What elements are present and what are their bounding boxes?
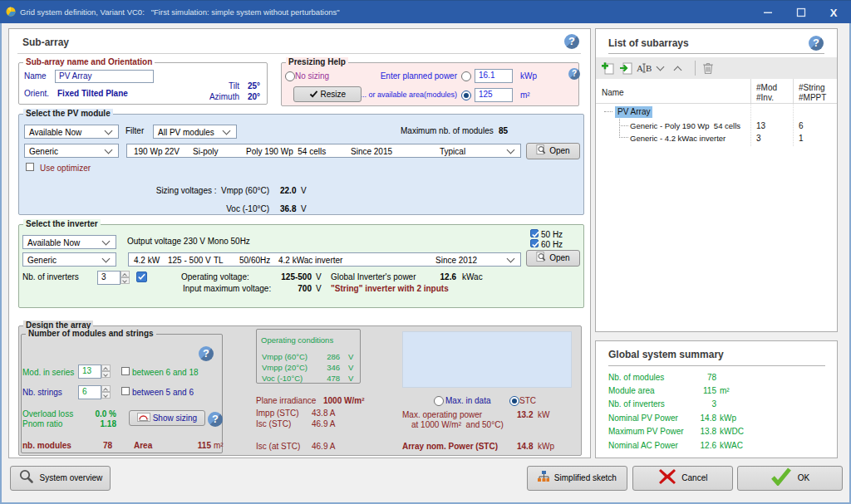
svg-text:X: X xyxy=(830,7,838,19)
svg-text:B: B xyxy=(646,63,652,73)
svg-text:A: A xyxy=(637,63,643,73)
